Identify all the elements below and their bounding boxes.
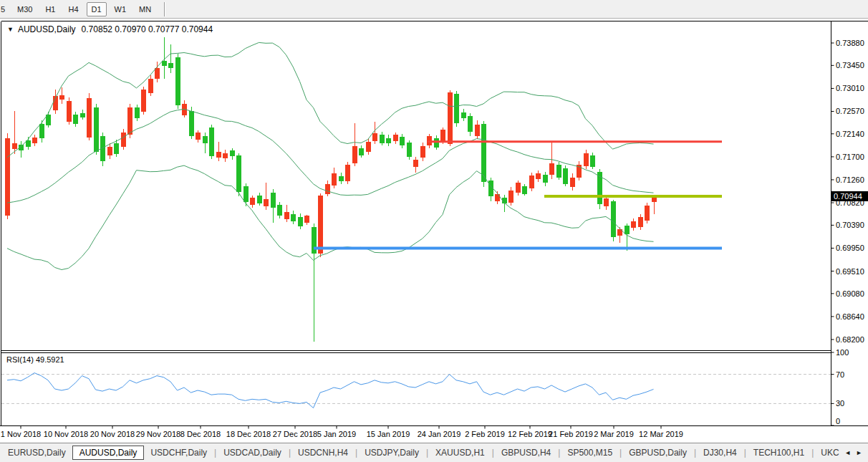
candle-body xyxy=(298,217,303,226)
symbol-tabs: EURUSD,DailyAUDUSD,DailyUSDCHF,Daily|USD… xyxy=(1,443,842,462)
candle-body xyxy=(257,196,262,203)
candle-body xyxy=(87,98,92,138)
candle-body xyxy=(196,133,201,140)
price-axis-label: 0.71700 xyxy=(836,153,864,161)
price-axis-label: 0.69510 xyxy=(836,267,864,276)
symbol-tabbar: EURUSD,DailyAUDUSD,DailyUSDCHF,Daily|USD… xyxy=(0,443,868,462)
candle-body xyxy=(372,133,377,141)
candle-body xyxy=(121,133,126,147)
price-axis-label: 0.68200 xyxy=(836,335,864,344)
candle-body xyxy=(277,205,282,216)
time-axis-label: 12 Mar 2019 xyxy=(639,430,683,438)
candle-body xyxy=(529,175,534,188)
tab-xauusd-h1[interactable]: XAUUSD,H1 xyxy=(429,446,491,460)
time-axis-label: 24 Jan 2019 xyxy=(418,430,461,438)
candle-body xyxy=(461,112,466,118)
tab-gbpusd-daily[interactable]: GBPUSD,Daily xyxy=(622,446,693,460)
candle-body xyxy=(5,138,10,216)
tab-scroll-arrows: ◄ ► xyxy=(842,449,867,456)
time-axis-label: 20 Nov 2018 xyxy=(90,430,135,438)
candle-body xyxy=(32,138,37,143)
candle-body xyxy=(604,198,609,206)
timeframe-button-W1[interactable]: W1 xyxy=(110,2,132,16)
candle-body xyxy=(549,163,554,175)
rsi-pane-canvas[interactable] xyxy=(1,353,831,426)
tab-sp500-m15[interactable]: SP500,M15 xyxy=(561,446,619,460)
candle-body xyxy=(284,212,289,219)
price-axis-label: 0.68640 xyxy=(836,312,864,321)
time-axis-label: 5 Jan 2019 xyxy=(317,430,356,438)
candle-body xyxy=(590,155,595,167)
tab-scroll-right-icon[interactable]: ► xyxy=(856,449,862,456)
tab-usdchf-daily[interactable]: USDCHF,Daily xyxy=(144,446,213,460)
candle-body xyxy=(448,92,453,144)
chart-area: 0.738800.734500.730100.725700.721400.717… xyxy=(0,19,868,443)
candle-body xyxy=(189,111,194,136)
timeframe-button-MN[interactable]: MN xyxy=(134,2,156,16)
candle-body xyxy=(345,165,350,181)
candle-body xyxy=(148,79,153,93)
candle-body xyxy=(645,206,650,221)
candle-body xyxy=(94,107,99,152)
tab-gbpusd-h4[interactable]: GBPUSD,H4 xyxy=(495,446,557,460)
price-axis-label: 0.73450 xyxy=(836,61,864,69)
candle-body xyxy=(141,90,146,112)
mt4-window: 5M30H1H4D1W1MN 0.738800.734500.730100.72… xyxy=(0,0,868,462)
candle-body xyxy=(625,226,630,234)
candle-body xyxy=(556,165,561,178)
rsi-level-label: 30 xyxy=(836,399,844,408)
candle-body xyxy=(434,138,439,147)
candle-body xyxy=(481,124,486,182)
candle-body xyxy=(250,198,255,205)
time-axis-label: 2 Mar 2019 xyxy=(594,430,634,438)
candle-body xyxy=(80,113,85,118)
candle-body xyxy=(243,186,249,202)
tab-tech100-h1[interactable]: TECH100,H1 xyxy=(747,446,811,460)
rsi-level-label: 70 xyxy=(836,370,844,379)
timeframe-button-H1[interactable]: H1 xyxy=(40,2,60,16)
candle-body xyxy=(107,147,112,155)
candle-body xyxy=(352,146,357,163)
main-pane-canvas[interactable] xyxy=(1,21,831,351)
candle-body xyxy=(386,138,391,143)
time-axis-label: 27 Dec 2018 xyxy=(273,430,317,438)
candle-body xyxy=(114,143,119,154)
tab-usdjpy-daily[interactable]: USDJPY,Daily xyxy=(358,446,425,460)
tab-scroll-left-icon[interactable]: ◄ xyxy=(844,449,851,456)
tab-dj30-h4[interactable]: DJ30,H4 xyxy=(697,446,743,460)
candle-body xyxy=(168,63,173,68)
timeframe-button-D1[interactable]: D1 xyxy=(87,2,107,16)
candle-body xyxy=(400,137,405,145)
candle-body xyxy=(339,176,344,181)
timeframe-button-H4[interactable]: H4 xyxy=(63,2,83,16)
candle-body xyxy=(543,175,548,183)
candle-body xyxy=(427,136,432,145)
candle-body xyxy=(304,216,309,223)
timeframe-button-5[interactable]: 5 xyxy=(0,2,9,16)
timeframe-button-M30[interactable]: M30 xyxy=(12,2,37,16)
tab-usdcnh-h4[interactable]: USDCNH,H4 xyxy=(291,446,355,460)
time-axis-label: 21 Feb 2019 xyxy=(549,430,593,438)
candle-body xyxy=(516,183,521,193)
toolbar-separator xyxy=(164,2,165,16)
tab-eurusd-daily[interactable]: EURUSD,Daily xyxy=(1,446,72,460)
candle-body xyxy=(73,115,78,124)
timeframe-toolbar: 5M30H1H4D1W1MN xyxy=(0,0,868,19)
tab-audusd-daily[interactable]: AUDUSD,Daily xyxy=(72,446,145,460)
time-axis-label: 1 Nov 2018 xyxy=(1,430,41,438)
time-axis-label: 10 Nov 2018 xyxy=(44,430,88,438)
candle-body xyxy=(393,135,398,141)
time-axis-label: 18 Dec 2018 xyxy=(226,430,271,438)
rsi-level-label: 100 xyxy=(836,348,849,357)
time-axis-label: 29 Nov 2018 xyxy=(136,430,180,438)
candle-body xyxy=(440,130,445,141)
tab-ukc[interactable]: UKC xyxy=(814,446,842,460)
candle-body xyxy=(407,143,412,157)
candle-body xyxy=(291,214,296,221)
candle-body xyxy=(366,142,371,153)
candle-body xyxy=(216,152,221,158)
time-axis-label: 12 Feb 2019 xyxy=(508,430,552,438)
tab-usdcad-daily[interactable]: USDCAD,Daily xyxy=(217,446,288,460)
candle-body xyxy=(12,143,17,149)
price-axis-label: 0.69950 xyxy=(836,244,864,252)
